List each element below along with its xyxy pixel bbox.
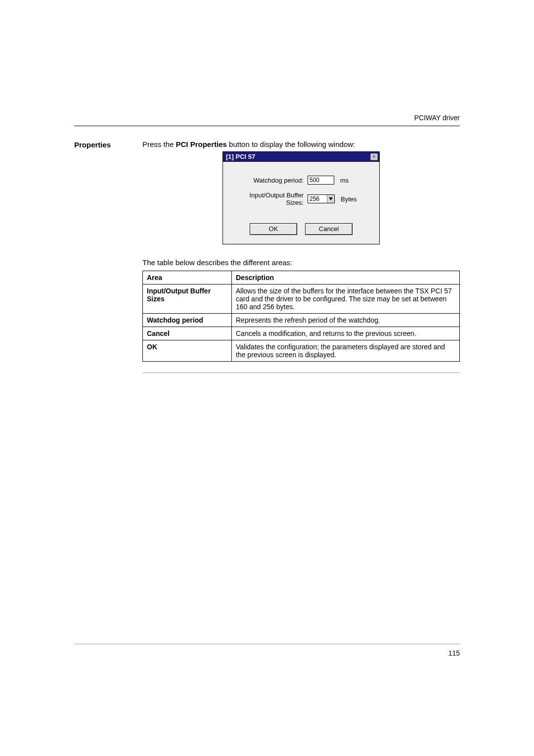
page-number: 115 — [74, 649, 460, 657]
th-description: Description — [232, 271, 460, 284]
cell-area: Input/Output Buffer Sizes — [143, 284, 232, 314]
close-icon[interactable]: × — [370, 153, 378, 160]
table-row: Watchdog period Represents the refresh p… — [143, 314, 460, 327]
cell-desc: Validates the configuration; the paramet… — [232, 340, 460, 362]
watchdog-unit: ms — [340, 177, 349, 184]
table-header-row: Area Description — [143, 271, 460, 284]
th-area: Area — [143, 271, 232, 284]
description-table: Area Description Input/Output Buffer Siz… — [142, 271, 460, 362]
pci-properties-dialog: [1] PCI 57 × Watchdog period: 500 ms Inp… — [222, 151, 380, 244]
header-doc-title: PCIWAY driver — [74, 114, 460, 126]
cancel-button[interactable]: Cancel — [305, 223, 353, 235]
cell-desc: Cancels a modification, and returns to t… — [232, 327, 460, 340]
table-row: Cancel Cancels a modification, and retur… — [143, 327, 460, 340]
buffer-sizes-select[interactable]: 256 — [308, 194, 335, 203]
cell-area: Cancel — [143, 327, 232, 340]
table-intro: The table below describes the different … — [142, 258, 460, 267]
watchdog-label: Watchdog period: — [231, 177, 308, 184]
header-divider — [74, 126, 460, 126]
cell-desc: Represents the refresh period of the wat… — [232, 314, 460, 327]
section-end-divider — [142, 373, 460, 373]
footer-divider — [74, 644, 460, 644]
buffer-sizes-unit: Bytes — [341, 195, 357, 203]
dialog-titlebar: [1] PCI 57 × — [223, 152, 379, 162]
svg-marker-0 — [329, 197, 333, 200]
section-side-label: Properties — [74, 140, 142, 149]
intro-bold: PCI Properties — [176, 140, 227, 148]
dialog-title: [1] PCI 57 — [226, 153, 255, 160]
intro-prefix: Press the — [142, 140, 176, 148]
buffer-sizes-label: Input/Output Buffer Sizes: — [231, 191, 308, 206]
table-row: OK Validates the configuration; the para… — [143, 340, 460, 362]
chevron-down-icon[interactable] — [327, 195, 334, 203]
watchdog-input[interactable]: 500 — [308, 176, 334, 185]
intro-suffix: button to display the following window: — [227, 140, 355, 148]
cell-area: Watchdog period — [143, 314, 232, 327]
ok-button[interactable]: OK — [250, 223, 297, 235]
cell-desc: Allows the size of the buffers for the i… — [232, 284, 460, 314]
buffer-sizes-value: 256 — [308, 195, 327, 203]
cell-area: OK — [143, 340, 232, 362]
table-row: Input/Output Buffer Sizes Allows the siz… — [143, 284, 460, 314]
section-intro: Press the PCI Properties button to displ… — [142, 140, 460, 148]
